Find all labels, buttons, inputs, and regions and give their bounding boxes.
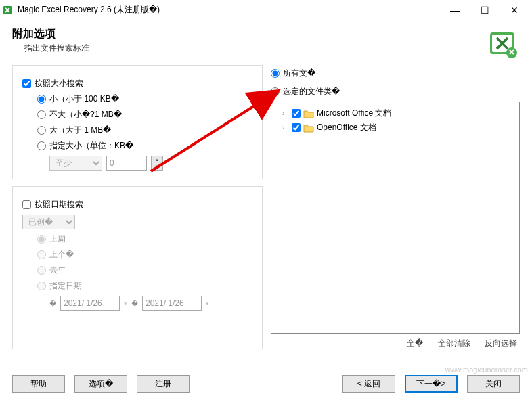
size-custom-radio[interactable]: 指定大小（单位：KB� bbox=[37, 140, 252, 152]
date-type-select[interactable]: 已创� bbox=[22, 215, 75, 229]
date-lastyear-input[interactable] bbox=[37, 266, 46, 275]
date-lastweek-radio[interactable]: 上周 bbox=[37, 233, 252, 245]
date-search-checkbox[interactable]: 按照日期搜索 bbox=[22, 199, 252, 210]
size-custom-controls: 至少 ▲▼ bbox=[49, 156, 252, 171]
date-lastweek-label: 上周 bbox=[49, 233, 66, 245]
left-column: 按照大小搜索 小（小于 100 KB� 不大（小�?1 MB� 大（大于 1 M… bbox=[12, 65, 263, 349]
filetype-tree[interactable]: › Microsoft Office 文档 › OpenOffice 文档 bbox=[271, 102, 520, 334]
date-checkbox-label: 按照日期搜索 bbox=[35, 199, 83, 210]
date-group: 按照日期搜索 已创� 上周 上个� 去年 指定日期 � bbox=[12, 186, 263, 349]
filetype-all-label: 所有文� bbox=[283, 68, 315, 79]
wizard-header: 附加选项 指出文件搜索标准 bbox=[0, 20, 532, 65]
date-custom-label: 指定日期 bbox=[49, 280, 82, 292]
window-title: Magic Excel Recovery 2.6 (未注册版�) bbox=[18, 4, 440, 16]
size-small-radio[interactable]: 小（小于 100 KB� bbox=[37, 93, 252, 105]
chevron-right-icon[interactable]: › bbox=[282, 110, 289, 117]
size-medium-input[interactable] bbox=[37, 110, 46, 119]
watermark-url: www.magicuneraser.com bbox=[445, 365, 528, 374]
date-lastweek-input[interactable] bbox=[37, 235, 46, 244]
filetype-all-radio[interactable]: 所有文� bbox=[271, 68, 520, 79]
next-button[interactable]: 下一�> bbox=[405, 375, 458, 393]
date-lastyear-label: 去年 bbox=[49, 265, 66, 276]
help-button[interactable]: 帮助 bbox=[12, 375, 65, 393]
tree-item-openoffice[interactable]: › OpenOffice 文档 bbox=[275, 120, 515, 135]
tree-checkbox-openoffice[interactable] bbox=[292, 123, 301, 132]
size-checkbox-input[interactable] bbox=[22, 79, 31, 88]
maximize-button[interactable]: ☐ bbox=[470, 1, 500, 20]
tree-checkbox-msoffice[interactable] bbox=[292, 109, 301, 118]
size-medium-label: 不大（小�?1 MB� bbox=[49, 109, 122, 120]
close-button[interactable]: 关闭 bbox=[467, 375, 520, 393]
date-from-input[interactable] bbox=[60, 296, 120, 311]
app-icon bbox=[3, 5, 14, 16]
window-controls: — ☐ ✕ bbox=[440, 1, 529, 20]
date-lastmonth-radio[interactable]: 上个� bbox=[37, 249, 252, 261]
size-large-input[interactable] bbox=[37, 126, 46, 135]
page-subtitle: 指出文件搜索标准 bbox=[24, 43, 486, 54]
titlebar: Magic Excel Recovery 2.6 (未注册版�) — ☐ ✕ bbox=[0, 0, 532, 20]
date-lastmonth-label: 上个� bbox=[49, 249, 74, 261]
back-button[interactable]: < 返回 bbox=[342, 375, 395, 393]
diamond-icon: � bbox=[131, 300, 138, 307]
size-group: 按照大小搜索 小（小于 100 KB� 不大（小�?1 MB� 大（大于 1 M… bbox=[12, 65, 263, 179]
size-checkbox-label: 按照大小搜索 bbox=[35, 78, 83, 89]
date-range-controls: � ▾ � ▾ bbox=[49, 296, 252, 311]
date-to-input[interactable] bbox=[142, 296, 202, 311]
size-custom-input[interactable] bbox=[37, 141, 46, 150]
filetype-selected-label: 选定的文件类� bbox=[283, 86, 340, 97]
size-search-checkbox[interactable]: 按照大小搜索 bbox=[22, 78, 252, 89]
page-title: 附加选项 bbox=[12, 27, 486, 41]
filetype-links: 全� 全部清除 反向选择 bbox=[271, 334, 520, 349]
size-large-radio[interactable]: 大（大于 1 MB� bbox=[37, 125, 252, 136]
link-select-all[interactable]: 全� bbox=[407, 338, 423, 348]
date-custom-radio[interactable]: 指定日期 bbox=[37, 280, 252, 292]
footer: 帮助 选项� 注册 < 返回 下一�> 关闭 bbox=[12, 375, 520, 393]
filetype-selected-radio[interactable]: 选定的文件类� bbox=[271, 86, 520, 97]
size-spinner[interactable]: ▲▼ bbox=[151, 156, 163, 171]
filetype-selected-input[interactable] bbox=[271, 87, 280, 96]
size-value-input[interactable] bbox=[106, 156, 147, 171]
filetype-all-input[interactable] bbox=[271, 69, 280, 78]
link-clear-all[interactable]: 全部清除 bbox=[438, 338, 470, 348]
date-checkbox-input[interactable] bbox=[22, 200, 31, 209]
minimize-button[interactable]: — bbox=[440, 1, 470, 20]
size-medium-radio[interactable]: 不大（小�?1 MB� bbox=[37, 109, 252, 120]
options-button[interactable]: 选项� bbox=[74, 375, 127, 393]
tree-item-msoffice[interactable]: › Microsoft Office 文档 bbox=[275, 106, 515, 120]
chevron-right-icon[interactable]: › bbox=[282, 124, 289, 131]
size-custom-label: 指定大小（单位：KB� bbox=[49, 140, 133, 152]
size-small-input[interactable] bbox=[37, 95, 46, 104]
tree-label-openoffice: OpenOffice 文档 bbox=[317, 122, 376, 133]
link-invert[interactable]: 反向选择 bbox=[485, 338, 517, 348]
size-condition-select[interactable]: 至少 bbox=[49, 156, 102, 171]
tree-label-msoffice: Microsoft Office 文档 bbox=[317, 108, 391, 119]
date-lastyear-radio[interactable]: 去年 bbox=[37, 265, 252, 276]
main-content: 按照大小搜索 小（小于 100 KB� 不大（小�?1 MB� 大（大于 1 M… bbox=[0, 65, 532, 349]
folder-icon bbox=[303, 109, 314, 118]
date-custom-input[interactable] bbox=[37, 282, 46, 290]
register-button[interactable]: 注册 bbox=[137, 375, 190, 393]
date-lastmonth-input[interactable] bbox=[37, 250, 46, 259]
excel-logo-icon bbox=[486, 27, 518, 60]
size-large-label: 大（大于 1 MB� bbox=[49, 125, 111, 136]
close-button[interactable]: ✕ bbox=[500, 1, 529, 20]
right-column: 所有文� 选定的文件类� › Microsoft Office 文档 › Ope… bbox=[271, 65, 520, 349]
diamond-icon: � bbox=[49, 300, 56, 307]
size-small-label: 小（小于 100 KB� bbox=[49, 93, 119, 105]
folder-icon bbox=[303, 123, 314, 133]
